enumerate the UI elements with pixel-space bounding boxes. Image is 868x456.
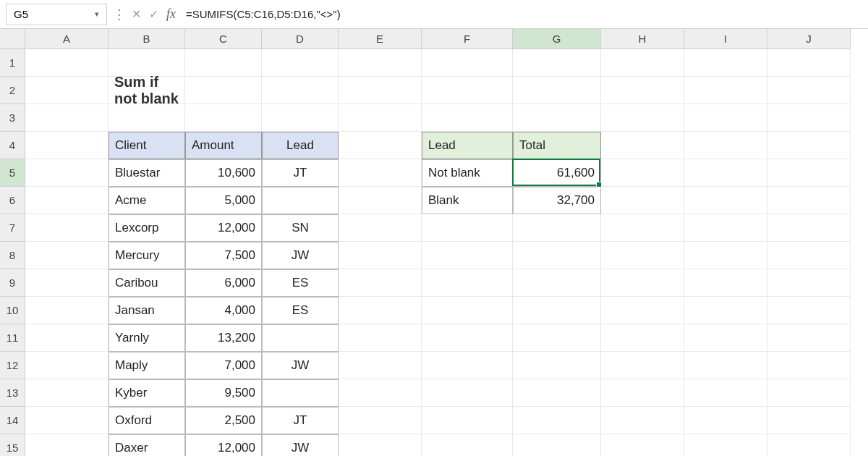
cell-J3[interactable]: [767, 104, 851, 132]
cell-H14[interactable]: [601, 407, 684, 434]
cell-G2[interactable]: [513, 77, 601, 104]
cell-H9[interactable]: [601, 269, 684, 297]
cell-G3[interactable]: [513, 104, 601, 132]
cell-A9[interactable]: [25, 269, 109, 297]
cell-E6[interactable]: [339, 187, 422, 214]
cell-I14[interactable]: [684, 407, 767, 434]
table1-amount[interactable]: 6,000: [185, 269, 262, 297]
cell-H2[interactable]: [601, 77, 684, 104]
cell-J7[interactable]: [767, 214, 851, 242]
select-all-corner[interactable]: [0, 29, 25, 49]
table1-lead[interactable]: JT: [262, 159, 339, 187]
table1-client[interactable]: Lexcorp: [109, 214, 185, 242]
cell-F15[interactable]: [422, 434, 513, 456]
table1-client[interactable]: Oxford: [109, 407, 185, 434]
cell-E4[interactable]: [339, 132, 422, 159]
chevron-down-icon[interactable]: ▾: [95, 9, 99, 19]
cell-J6[interactable]: [767, 187, 851, 214]
cell-A13[interactable]: [25, 379, 109, 407]
cell-C2[interactable]: [185, 77, 262, 104]
table1-amount[interactable]: 12,000: [185, 434, 262, 456]
table1-amount[interactable]: 13,200: [185, 324, 262, 352]
cell-A14[interactable]: [25, 407, 109, 434]
cell-H5[interactable]: [601, 159, 684, 187]
formula-input[interactable]: =SUMIFS(C5:C16,D5:D16,"<>"): [183, 5, 862, 23]
cell-F2[interactable]: [422, 77, 513, 104]
table1-lead[interactable]: ES: [262, 297, 339, 324]
cell-I10[interactable]: [684, 297, 767, 324]
row-header-2[interactable]: 2: [0, 77, 25, 104]
cell-F12[interactable]: [422, 352, 513, 379]
table2-label[interactable]: Not blank: [422, 159, 513, 187]
cell-E9[interactable]: [339, 269, 422, 297]
cell-E13[interactable]: [339, 379, 422, 407]
cell-G14[interactable]: [513, 407, 601, 434]
row-header-10[interactable]: 10: [0, 297, 25, 324]
cell-I5[interactable]: [684, 159, 767, 187]
table1-amount[interactable]: 4,000: [185, 297, 262, 324]
cell-I7[interactable]: [684, 214, 767, 242]
table1-client[interactable]: Kyber: [109, 379, 185, 407]
row-header-1[interactable]: 1: [0, 49, 25, 77]
row-header-11[interactable]: 11: [0, 324, 25, 352]
cell-E5[interactable]: [339, 159, 422, 187]
cell-F3[interactable]: [422, 104, 513, 132]
table1-amount[interactable]: 2,500: [185, 407, 262, 434]
cell-G9[interactable]: [513, 269, 601, 297]
cell-F13[interactable]: [422, 379, 513, 407]
cell-H4[interactable]: [601, 132, 684, 159]
cell-F11[interactable]: [422, 324, 513, 352]
cell-E1[interactable]: [339, 49, 422, 77]
table1-lead[interactable]: JW: [262, 352, 339, 379]
row-header-9[interactable]: 9: [0, 269, 25, 297]
table1-lead[interactable]: ES: [262, 269, 339, 297]
column-header-j[interactable]: J: [767, 29, 851, 49]
cell-A11[interactable]: [25, 324, 109, 352]
cell-H13[interactable]: [601, 379, 684, 407]
cell-J5[interactable]: [767, 159, 851, 187]
cell-F10[interactable]: [422, 297, 513, 324]
cell-F9[interactable]: [422, 269, 513, 297]
cell-A7[interactable]: [25, 214, 109, 242]
table1-header-lead[interactable]: Lead: [262, 132, 339, 159]
table1-client[interactable]: Yarnly: [109, 324, 185, 352]
row-header-14[interactable]: 14: [0, 407, 25, 434]
cell-J15[interactable]: [767, 434, 851, 456]
table1-lead[interactable]: SN: [262, 214, 339, 242]
cell-B3[interactable]: [109, 104, 185, 132]
cell-A1[interactable]: [25, 49, 109, 77]
cell-J11[interactable]: [767, 324, 851, 352]
cell-I3[interactable]: [684, 104, 767, 132]
column-header-c[interactable]: C: [185, 29, 262, 49]
table1-client[interactable]: Acme: [109, 187, 185, 214]
fx-icon[interactable]: fx: [166, 7, 176, 22]
cell-A5[interactable]: [25, 159, 109, 187]
column-header-a[interactable]: A: [25, 29, 109, 49]
cell-H3[interactable]: [601, 104, 684, 132]
table1-lead[interactable]: JW: [262, 242, 339, 269]
column-header-b[interactable]: B: [109, 29, 185, 49]
column-header-e[interactable]: E: [339, 29, 422, 49]
table1-client[interactable]: Mercury: [109, 242, 185, 269]
cell-I4[interactable]: [684, 132, 767, 159]
cell-A12[interactable]: [25, 352, 109, 379]
table2-header-lead[interactable]: Lead: [422, 132, 513, 159]
table1-lead[interactable]: [262, 379, 339, 407]
cell-J14[interactable]: [767, 407, 851, 434]
row-header-6[interactable]: 6: [0, 187, 25, 214]
table2-header-total[interactable]: Total: [513, 132, 601, 159]
row-header-7[interactable]: 7: [0, 214, 25, 242]
cell-I1[interactable]: [684, 49, 767, 77]
table1-header-client[interactable]: Client: [109, 132, 185, 159]
table1-client[interactable]: Caribou: [109, 269, 185, 297]
cell-G1[interactable]: [513, 49, 601, 77]
cell-E7[interactable]: [339, 214, 422, 242]
cell-A3[interactable]: [25, 104, 109, 132]
confirm-icon[interactable]: ✓: [145, 7, 162, 21]
cell-G8[interactable]: [513, 242, 601, 269]
cell-I9[interactable]: [684, 269, 767, 297]
cell-E8[interactable]: [339, 242, 422, 269]
table1-lead[interactable]: [262, 324, 339, 352]
cell-I2[interactable]: [684, 77, 767, 104]
cell-E2[interactable]: [339, 77, 422, 104]
